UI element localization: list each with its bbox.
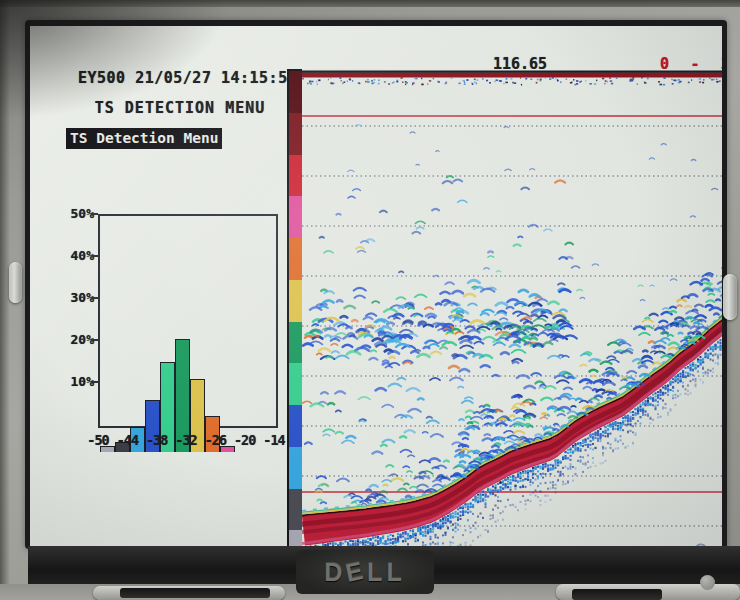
colorbar-segment — [289, 280, 302, 322]
bezel-latch-left — [9, 262, 22, 303]
dell-logo-letter: E — [343, 555, 369, 588]
histogram-ytick-label: 50% — [64, 206, 94, 221]
histogram-xtick-label: -26 — [205, 432, 226, 448]
histogram-ytick-label: 40% — [64, 248, 94, 263]
colorbar-segment — [289, 530, 302, 546]
dell-logo: DELL — [324, 558, 405, 587]
histogram-xtick-label: -38 — [146, 432, 167, 448]
colorbar-segment — [289, 155, 302, 197]
histogram-xtick-label: -50 — [87, 432, 108, 448]
colorbar-segment — [289, 113, 302, 155]
colorbar-segment — [289, 71, 302, 113]
hinge-slot-right — [572, 589, 662, 600]
histogram-xtick-label: -20 — [234, 432, 255, 448]
colorbar-segment — [289, 447, 302, 489]
histogram-ytick — [91, 213, 98, 215]
menu-item-ts-detection[interactable]: TS Detection Menu — [66, 128, 222, 149]
colorbar-segment — [289, 405, 302, 447]
histogram-ytick-label: 10% — [64, 374, 94, 389]
hinge-screw — [700, 575, 715, 590]
histogram-xtick-label: -44 — [117, 432, 138, 448]
histogram-ytick — [91, 255, 98, 257]
histogram-xtick-label: -32 — [175, 432, 196, 448]
colorbar-segment — [289, 322, 302, 364]
histogram-xtick-label: -14 — [263, 432, 284, 448]
colorbar-segment — [289, 196, 302, 238]
bezel-latch-right — [723, 274, 737, 320]
colorbar-segment — [289, 238, 302, 280]
photo-shadow — [0, 0, 230, 120]
laptop-photo: EY500 21/05/27 14:15:53 TS DETECTION MEN… — [0, 0, 740, 600]
histogram-ytick — [91, 297, 98, 299]
histogram-ytick-label: 30% — [64, 290, 94, 305]
colorbar-segment — [289, 489, 302, 531]
dell-logo-letter: L — [386, 558, 405, 586]
dell-hinge: DELL — [296, 550, 434, 594]
histogram-ytick — [91, 381, 98, 383]
hinge-slot-left — [120, 588, 270, 598]
histogram-ytick — [91, 339, 98, 341]
ts-histogram: 50%40%30%20%10%-50-44-38-32-26-20-14 — [60, 202, 295, 452]
histogram-ytick-label: 20% — [64, 332, 94, 347]
laptop-left-edge — [0, 0, 10, 600]
colorbar-segment — [289, 363, 302, 405]
echogram-canvas — [302, 69, 722, 546]
dell-logo-letter: L — [367, 558, 386, 586]
